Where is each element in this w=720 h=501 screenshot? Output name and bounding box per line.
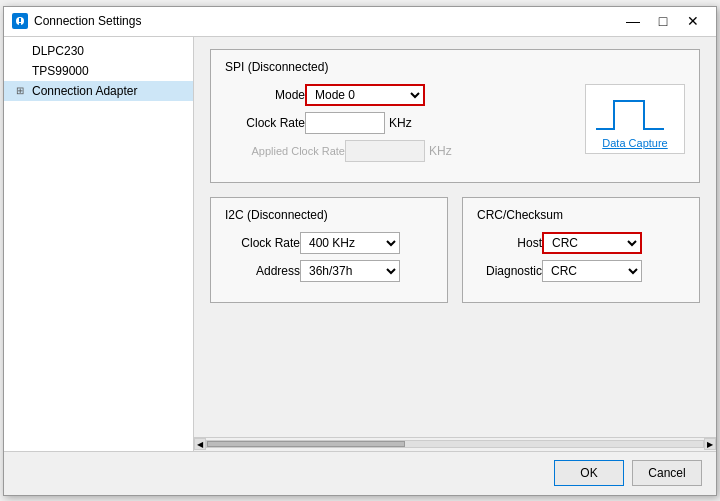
window-title: Connection Settings — [34, 14, 618, 28]
spi-diagram[interactable]: Data Capture — [585, 84, 685, 154]
main-panel: SPI (Disconnected) Mode Mode 0 Mode 1 Mo… — [194, 37, 716, 437]
connection-settings-window: Connection Settings — □ ✕ DLPC230 TPS990… — [3, 6, 717, 496]
spi-clock-row: Clock Rate 5000 KHz — [225, 112, 575, 134]
sidebar-item-tps99000[interactable]: TPS99000 — [4, 61, 193, 81]
spi-clock-unit: KHz — [389, 116, 412, 130]
sidebar-item-connection-adapter[interactable]: ⊞ Connection Adapter — [4, 81, 193, 101]
spi-form: Mode Mode 0 Mode 1 Mode 2 Mode 3 — [225, 84, 575, 168]
spi-applied-clock-row: Applied Clock Rate KHz — [225, 140, 575, 162]
svg-rect-1 — [19, 18, 21, 22]
crc-host-label: Host — [477, 236, 542, 250]
bottom-sections: I2C (Disconnected) Clock Rate 100 KHz 40… — [210, 197, 700, 303]
title-bar: Connection Settings — □ ✕ — [4, 7, 716, 37]
spi-mode-select[interactable]: Mode 0 Mode 1 Mode 2 Mode 3 — [305, 84, 425, 106]
i2c-clock-select[interactable]: 100 KHz 400 KHz 1 MHz — [300, 232, 400, 254]
i2c-address-row: Address 36h/37h 38h/39h — [225, 260, 433, 282]
crc-diagnostic-select[interactable]: CRC Checksum None — [542, 260, 642, 282]
sidebar: DLPC230 TPS99000 ⊞ Connection Adapter — [4, 37, 194, 451]
scroll-left-arrow[interactable]: ◀ — [194, 438, 206, 450]
content-area: DLPC230 TPS99000 ⊞ Connection Adapter SP… — [4, 37, 716, 451]
crc-diagnostic-label: Diagnostic — [477, 264, 542, 278]
expander-connection-adapter: ⊞ — [16, 85, 28, 96]
sidebar-label-tps99000: TPS99000 — [32, 64, 89, 78]
ok-button[interactable]: OK — [554, 460, 624, 486]
sidebar-label-connection-adapter: Connection Adapter — [32, 84, 137, 98]
minimize-button[interactable]: — — [618, 6, 648, 36]
window-icon — [12, 13, 28, 29]
spi-clock-input[interactable]: 5000 — [305, 112, 385, 134]
i2c-section-title: I2C (Disconnected) — [225, 208, 433, 222]
i2c-clock-label: Clock Rate — [225, 236, 300, 250]
spi-applied-clock-label: Applied Clock Rate — [225, 145, 345, 157]
spi-applied-clock-input — [345, 140, 425, 162]
sidebar-label-dlpc230: DLPC230 — [32, 44, 84, 58]
spi-mode-label: Mode — [225, 88, 305, 102]
spi-mode-row: Mode Mode 0 Mode 1 Mode 2 Mode 3 — [225, 84, 575, 106]
scroll-thumb[interactable] — [207, 441, 405, 447]
spi-waveform-svg — [594, 89, 674, 139]
window-controls: — □ ✕ — [618, 6, 708, 36]
i2c-section: I2C (Disconnected) Clock Rate 100 KHz 40… — [210, 197, 448, 303]
maximize-button[interactable]: □ — [648, 6, 678, 36]
svg-rect-2 — [19, 23, 21, 25]
scroll-track[interactable] — [206, 440, 704, 448]
spi-clock-label: Clock Rate — [225, 116, 305, 130]
spi-diagram-label[interactable]: Data Capture — [602, 137, 667, 153]
crc-section: CRC/Checksum Host CRC Checksum None — [462, 197, 700, 303]
scroll-right-arrow[interactable]: ▶ — [704, 438, 716, 450]
spi-section-title: SPI (Disconnected) — [225, 60, 685, 74]
i2c-address-select[interactable]: 36h/37h 38h/39h — [300, 260, 400, 282]
spi-applied-clock-unit: KHz — [429, 144, 452, 158]
crc-diagnostic-row: Diagnostic CRC Checksum None — [477, 260, 685, 282]
sidebar-item-dlpc230[interactable]: DLPC230 — [4, 41, 193, 61]
spi-section: SPI (Disconnected) Mode Mode 0 Mode 1 Mo… — [210, 49, 700, 183]
cancel-button[interactable]: Cancel — [632, 460, 702, 486]
close-button[interactable]: ✕ — [678, 6, 708, 36]
crc-section-title: CRC/Checksum — [477, 208, 685, 222]
crc-host-select[interactable]: CRC Checksum None — [542, 232, 642, 254]
horizontal-scrollbar[interactable]: ◀ ▶ — [194, 437, 716, 451]
spi-top: Mode Mode 0 Mode 1 Mode 2 Mode 3 — [225, 84, 685, 168]
footer: OK Cancel — [4, 451, 716, 495]
i2c-clock-row: Clock Rate 100 KHz 400 KHz 1 MHz — [225, 232, 433, 254]
crc-host-row: Host CRC Checksum None — [477, 232, 685, 254]
i2c-address-label: Address — [225, 264, 300, 278]
